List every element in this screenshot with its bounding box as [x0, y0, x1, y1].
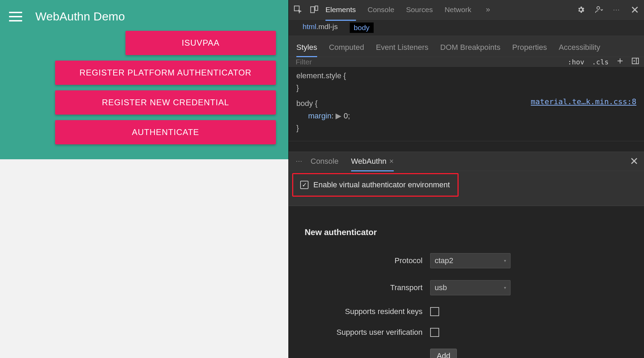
element-style-selector[interactable]: element.style {: [296, 71, 346, 80]
svg-rect-1: [311, 7, 314, 12]
subtab-styles[interactable]: Styles: [296, 39, 317, 57]
transport-select[interactable]: usb▾: [430, 280, 511, 295]
body-selector[interactable]: body {: [296, 99, 317, 108]
breadcrumb: html.mdl-js body: [289, 20, 644, 36]
device-toolbar-icon[interactable]: [310, 5, 319, 14]
account-icon[interactable]: [595, 6, 603, 14]
css-brace: }: [296, 124, 299, 132]
tab-console[interactable]: Console: [368, 0, 394, 19]
resident-keys-label: Supports resident keys: [305, 307, 423, 316]
subtab-accessibility[interactable]: Accessibility: [559, 39, 600, 57]
breadcrumb-body[interactable]: body: [350, 23, 374, 33]
new-authenticator-heading: New authenticator: [305, 227, 628, 237]
resident-keys-checkbox[interactable]: [430, 307, 439, 316]
css-brace: }: [296, 83, 299, 92]
more-options-icon[interactable]: ⋯: [613, 6, 621, 14]
user-verification-checkbox[interactable]: [430, 328, 439, 337]
app-title: WebAuthn Demo: [35, 10, 125, 23]
new-style-rule-icon[interactable]: [616, 57, 624, 66]
hov-toggle[interactable]: :hov: [568, 58, 584, 66]
svg-point-3: [597, 7, 600, 9]
stylesheet-source-link[interactable]: material.te…k.min.css:8: [531, 97, 636, 106]
subtab-dom-breakpoints[interactable]: DOM Breakpoints: [440, 39, 501, 57]
register-new-credential-button[interactable]: REGISTER NEW CREDENTIAL: [55, 90, 276, 115]
svg-rect-4: [632, 58, 638, 64]
isuvpaa-button[interactable]: ISUVPAA: [125, 31, 276, 55]
styles-filter-input[interactable]: [296, 58, 563, 66]
drawer-close-icon[interactable]: ✕: [630, 155, 641, 167]
css-prop-margin[interactable]: margin: [308, 111, 331, 120]
user-verification-label: Supports user verification: [305, 328, 423, 337]
devtools-close-icon[interactable]: ✕: [630, 4, 639, 16]
breadcrumb-html[interactable]: html.mdl-js: [303, 23, 338, 33]
drawer-more-icon[interactable]: ⋯: [296, 157, 303, 165]
drawer-tab-console[interactable]: Console: [311, 152, 339, 171]
enable-virtual-authenticator-row: Enable virtual authenticator environment: [292, 173, 459, 197]
menu-icon[interactable]: [9, 12, 22, 21]
add-authenticator-button[interactable]: Add: [430, 349, 457, 358]
protocol-label: Protocol: [305, 256, 423, 265]
authenticate-button[interactable]: AUTHENTICATE: [55, 120, 276, 144]
cls-toggle[interactable]: .cls: [592, 58, 609, 66]
inspect-element-icon[interactable]: [294, 5, 303, 14]
toggle-sidebar-icon[interactable]: [632, 57, 639, 66]
enable-virtual-authenticator-label: Enable virtual authenticator environment: [313, 180, 450, 189]
caret-icon: ▾: [504, 258, 506, 263]
enable-virtual-authenticator-checkbox[interactable]: [300, 181, 308, 189]
app-body: [0, 159, 288, 358]
register-platform-authenticator-button[interactable]: REGISTER PLATFORM AUTHENTICATOR: [55, 61, 276, 85]
caret-icon: ▾: [504, 285, 506, 290]
tab-sources[interactable]: Sources: [406, 0, 433, 19]
transport-label: Transport: [305, 283, 423, 292]
subtab-computed[interactable]: Computed: [329, 39, 364, 57]
more-tabs-icon[interactable]: »: [486, 5, 490, 14]
subtab-event-listeners[interactable]: Event Listeners: [376, 39, 428, 57]
close-tab-icon[interactable]: ×: [389, 157, 394, 165]
tab-elements[interactable]: Elements: [325, 0, 356, 19]
protocol-select[interactable]: ctap2▾: [430, 253, 511, 268]
settings-gear-icon[interactable]: [577, 6, 585, 14]
svg-rect-2: [315, 6, 318, 10]
css-val-margin[interactable]: 0: [343, 111, 348, 120]
subtab-properties[interactable]: Properties: [512, 39, 547, 57]
tab-network[interactable]: Network: [445, 0, 471, 19]
drawer-tab-webauthn[interactable]: WebAuthn×: [351, 152, 394, 171]
